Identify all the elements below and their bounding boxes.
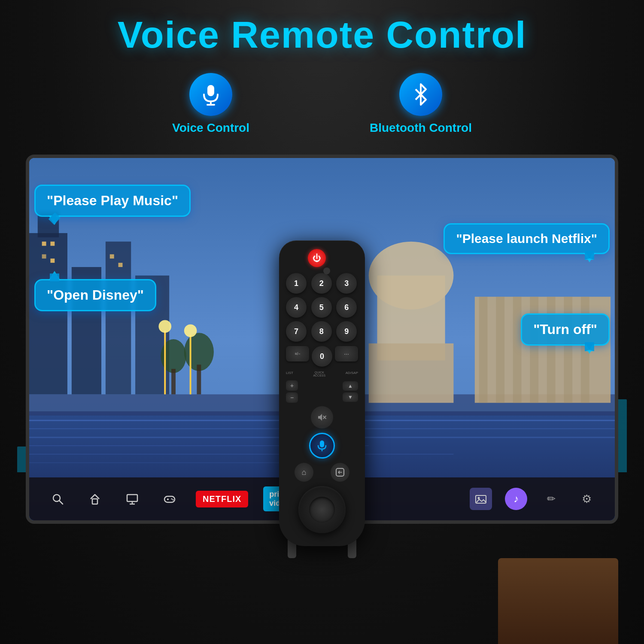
bluetooth-icon	[410, 83, 432, 106]
svg-point-52	[173, 499, 174, 501]
page-title: Voice Remote Control	[0, 13, 644, 57]
home-icon-tv[interactable]	[84, 488, 106, 510]
voice-control-feature: Voice Control	[172, 73, 249, 135]
svg-rect-31	[197, 365, 201, 394]
num-button-2[interactable]: 2	[311, 273, 332, 294]
svg-rect-0	[207, 85, 214, 96]
quick-labels: LIST QUICKACCESS AD/SAP	[286, 371, 358, 377]
ch-up-button[interactable]: ▲	[343, 381, 358, 391]
settings-icon-tv[interactable]: ⚙	[575, 488, 598, 510]
svg-rect-24	[530, 297, 538, 403]
display-icon-tv[interactable]	[121, 488, 143, 510]
mute-button[interactable]	[311, 406, 333, 428]
svg-rect-11	[42, 242, 46, 246]
num-button-3[interactable]: 3	[336, 273, 357, 294]
channel-controls: ▲ ▼	[343, 381, 358, 402]
right-icons-group: ♪ ✏ ⚙	[470, 488, 598, 510]
svg-rect-36	[29, 454, 453, 455]
home-button[interactable]: ⌂	[295, 463, 313, 482]
quick-buttons-row: ≡/− 0 ···	[286, 346, 358, 367]
svg-rect-44	[92, 499, 97, 504]
list-button[interactable]: ≡/−	[286, 346, 309, 361]
svg-point-54	[478, 497, 480, 499]
svg-rect-45	[127, 495, 137, 501]
vol-down-button[interactable]: −	[286, 392, 298, 403]
ir-sensor	[323, 267, 330, 274]
remote-control: ⏻ 1 2 3 4 5 6 7 8 9 ≡/− 0 ··· LIST QUICK…	[279, 240, 365, 546]
svg-rect-6	[29, 233, 67, 395]
num-button-0[interactable]: 0	[312, 346, 332, 367]
num-button-5[interactable]: 5	[311, 297, 332, 318]
svg-rect-14	[50, 258, 55, 263]
svg-rect-37	[29, 462, 284, 463]
bluetooth-control-feature: Bluetooth Control	[370, 73, 472, 135]
svg-rect-12	[50, 242, 55, 246]
quick-access-label: QUICKACCESS	[313, 371, 325, 377]
speech-bubble-turnoff: "Turn off"	[521, 313, 610, 346]
svg-rect-23	[513, 297, 522, 403]
music-icon-tv[interactable]: ♪	[505, 488, 527, 510]
svg-rect-21	[479, 297, 488, 403]
ch-down-button[interactable]: ▼	[343, 392, 358, 402]
list-label: LIST	[286, 371, 293, 377]
scroll-dial[interactable]	[298, 486, 346, 533]
svg-rect-22	[496, 297, 504, 403]
num-button-4[interactable]: 4	[286, 297, 307, 318]
more-button[interactable]: ···	[335, 346, 358, 361]
svg-rect-57	[320, 440, 324, 447]
remote-top-section: ⏻	[286, 249, 358, 267]
svg-rect-15	[110, 254, 114, 258]
svg-point-41	[184, 324, 197, 337]
side-table	[498, 558, 618, 644]
gamepad-icon-tv[interactable]	[158, 488, 181, 510]
svg-rect-13	[42, 254, 46, 258]
svg-rect-29	[171, 369, 176, 394]
num-button-9[interactable]: 9	[336, 321, 357, 342]
speech-bubble-netflix: "Please launch Netflix"	[444, 223, 610, 254]
bluetooth-icon-circle	[399, 73, 442, 116]
voice-control-label: Voice Control	[172, 121, 249, 135]
svg-rect-25	[547, 297, 556, 403]
power-button[interactable]: ⏻	[308, 249, 326, 267]
microphone-icon	[200, 83, 222, 106]
speech-bubble-disney: "Open Disney"	[34, 279, 156, 311]
svg-point-39	[158, 320, 171, 333]
back-button[interactable]	[331, 463, 349, 482]
svg-rect-26	[564, 297, 572, 403]
num-button-7[interactable]: 7	[286, 321, 307, 342]
svg-point-51	[171, 498, 173, 500]
svg-rect-16	[118, 263, 123, 267]
num-button-6[interactable]: 6	[336, 297, 357, 318]
features-row: Voice Control Bluetooth Control	[0, 73, 644, 135]
adsap-label: AD/SAP	[346, 371, 358, 377]
search-icon-tv[interactable]	[46, 488, 69, 510]
mic-voice-button[interactable]	[309, 433, 335, 459]
speech-bubble-play-music: "Please Play Music"	[34, 185, 191, 217]
volume-controls: + −	[286, 380, 298, 403]
bluetooth-control-label: Bluetooth Control	[370, 121, 472, 135]
vol-ch-section: + − ▲ ▼	[286, 380, 358, 403]
edit-icon-tv[interactable]: ✏	[540, 488, 562, 510]
dial-inner	[309, 497, 335, 522]
num-button-1[interactable]: 1	[286, 273, 307, 294]
svg-rect-19	[369, 343, 454, 403]
num-button-8[interactable]: 8	[311, 321, 332, 342]
number-grid: 1 2 3 4 5 6 7 8 9	[286, 273, 358, 342]
netflix-app-button[interactable]: NETFLIX	[196, 491, 248, 507]
header: Voice Remote Control	[0, 13, 644, 57]
svg-line-43	[59, 501, 63, 504]
voice-control-icon-circle	[189, 73, 232, 116]
vol-up-button[interactable]: +	[286, 380, 298, 391]
home-back-row: ⌂	[286, 463, 358, 482]
gallery-icon-tv[interactable]	[470, 488, 492, 510]
